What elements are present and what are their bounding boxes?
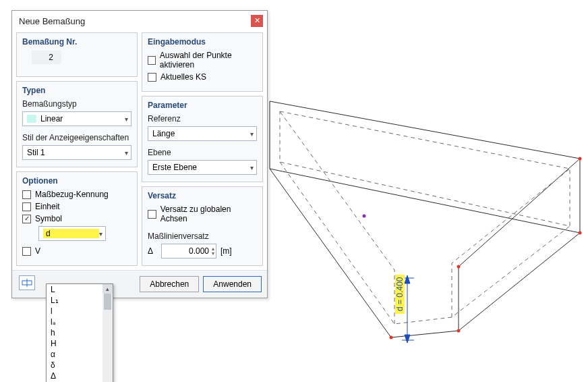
chevron-down-icon: ▾ [125,149,128,157]
apply-button[interactable]: Anwenden [203,276,262,292]
svg-point-3 [457,329,461,333]
close-icon: ✕ [254,16,260,24]
fit-view-icon [22,279,32,287]
delta-symbol: Δ [148,246,157,256]
checkbox-icon [22,215,31,223]
scroll-up-icon: ▴ [102,284,113,294]
swatch-icon [27,115,36,123]
new-dimension-dialog: Neue Bemaßung ✕ Bemaßung Nr. Typen Bemaß… [11,10,268,298]
combo-value: Erste Ebene [152,163,250,172]
titlebar: Neue Bemaßung ✕ [12,11,267,31]
option-pick-points[interactable]: Auswahl der Punkte aktivieren [148,51,257,70]
option-label: Einheit [35,202,60,211]
svg-marker-7 [405,275,410,283]
display-style-label: Stil der Anzeigeeigenschaften [22,133,131,142]
dropdown-scrollbar[interactable]: ▴ ▾ [102,284,113,382]
cancel-button[interactable]: Abbrechen [140,276,199,292]
dimension-value-label: d = 0.400 [395,275,405,314]
offset-spinner[interactable]: 0.000 ▴▾ [161,244,216,258]
group-title: Eingabemodus [148,37,257,47]
option-v[interactable]: V [22,246,131,256]
group-options: Optionen Maßbezug-Kennung Einheit Symbol… [16,171,138,266]
option-symbol[interactable]: Symbol [22,214,131,223]
chevron-down-icon: ▾ [250,164,254,171]
checkbox-icon [22,247,31,256]
offset-label: Maßlinienversatz [148,231,257,241]
chevron-down-icon: ▾ [125,115,128,123]
option-label: V [35,246,40,256]
group-offset: Versatz Versatz zu globalen Achsen Maßli… [142,186,263,266]
combo-value: Länge [152,129,250,138]
symbol-dropdown-list[interactable]: LL₁llₐhHαδΔδ₁ ▴ ▾ [46,283,113,382]
scroll-thumb[interactable] [104,294,111,310]
checkbox-icon [148,56,156,65]
combo-value: Stil 1 [27,148,125,157]
svg-point-1 [579,231,582,235]
dropdown-item[interactable]: lₐ [47,317,102,327]
display-style-combo[interactable]: Stil 1 ▾ [22,145,131,160]
option-global-axes[interactable]: Versatz zu globalen Achsen [148,204,257,223]
dropdown-item[interactable]: h [47,327,102,338]
group-title: Typen [22,86,131,95]
option-unit[interactable]: Einheit [22,202,131,211]
svg-point-2 [457,265,461,269]
group-title: Bemaßung Nr. [22,37,131,47]
plane-combo[interactable]: Erste Ebene ▾ [148,160,257,175]
option-reference-mark[interactable]: Maßbezug-Kennung [22,190,131,199]
group-types: Typen Bemaßungstyp Linear ▾ Stil der Anz… [16,81,138,167]
reference-label: Referenz [148,114,257,124]
unit-label: [m] [220,246,232,256]
spinner-value: 0.000 [166,246,212,256]
chevron-down-icon: ▾ [250,130,254,138]
svg-marker-8 [405,335,410,343]
dropdown-item[interactable]: α [47,349,102,360]
svg-point-0 [579,157,582,161]
spinner-arrows-icon: ▴▾ [212,246,214,256]
option-label: Versatz zu globalen Achsen [160,204,257,223]
dimension-type-label: Bemaßungstyp [22,99,131,109]
reference-combo[interactable]: Länge ▾ [148,126,257,141]
group-input-mode: Eingabemodus Auswahl der Punkte aktivier… [142,32,263,92]
fit-view-button[interactable] [19,275,35,290]
option-label: Symbol [35,214,62,223]
combo-value: d [43,229,99,238]
checkbox-icon [22,190,31,199]
symbol-combo[interactable]: d ▾ [38,226,106,241]
dialog-title: Neue Bemaßung [19,16,251,26]
group-dimension-number: Bemaßung Nr. [16,32,138,77]
plane-label: Ebene [148,148,257,157]
close-button[interactable]: ✕ [251,15,263,27]
dimension-number-input[interactable] [32,51,61,64]
checkbox-icon [148,73,156,82]
checkbox-icon [22,202,31,211]
dropdown-item[interactable]: H [47,338,102,349]
group-title: Optionen [22,176,131,186]
group-parameter: Parameter Referenz Länge ▾ Ebene Erste E… [142,96,263,182]
option-label: Maßbezug-Kennung [35,190,109,199]
svg-point-4 [390,336,393,339]
dropdown-item[interactable]: L [47,284,102,295]
dimension-type-combo[interactable]: Linear ▾ [22,111,131,126]
dropdown-item[interactable]: δ [47,360,102,371]
dropdown-item[interactable]: Δ [47,371,102,381]
svg-point-5 [363,215,366,218]
chevron-down-icon: ▾ [99,230,102,238]
group-title: Parameter [148,101,257,110]
option-current-cs[interactable]: Aktuelles KS [148,72,257,82]
option-label: Aktuelles KS [160,72,206,82]
group-title: Versatz [148,191,257,200]
dropdown-item[interactable]: l [47,306,102,317]
dropdown-item[interactable]: L₁ [47,295,102,306]
checkbox-icon [148,210,156,219]
combo-value: Linear [40,114,125,124]
option-label: Auswahl der Punkte aktivieren [160,51,257,70]
